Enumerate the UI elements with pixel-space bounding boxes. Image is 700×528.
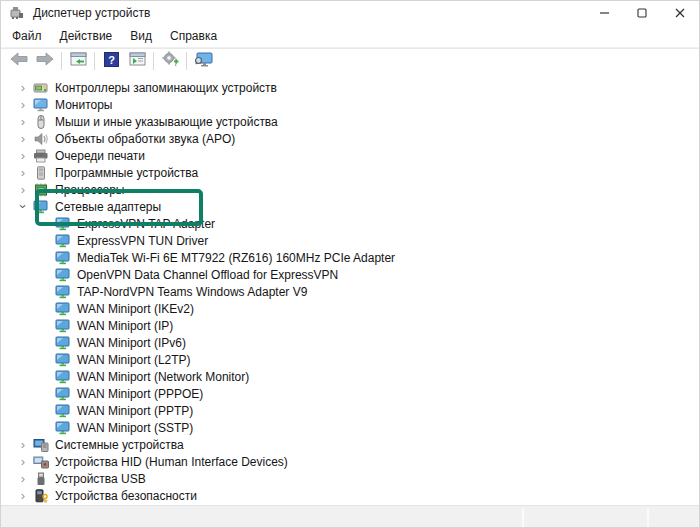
monitor-search-icon [194,52,213,71]
window-controls [585,1,699,24]
tree-device-row[interactable]: OpenVPN Data Channel Offload for Express… [1,266,699,283]
tree-category-row[interactable]: ›Процессоры [1,181,699,198]
maximize-button[interactable] [623,1,661,24]
chevron-collapsed-icon[interactable]: › [13,132,33,145]
add-device-button[interactable] [157,50,183,72]
tree-device-row[interactable]: WAN Miniport (IP) [1,317,699,334]
tree-item-label: WAN Miniport (PPTP) [77,404,193,418]
tree-item-label: WAN Miniport (SSTP) [77,421,193,435]
network-adapter-icon [55,268,71,282]
menu-help[interactable]: Справка [161,26,226,46]
tree-category-row[interactable]: ›Устройства безопасности [1,487,699,504]
scan-hardware-changes-button[interactable] [190,50,216,72]
menu-view[interactable]: Вид [121,26,161,46]
chevron-collapsed-icon[interactable]: › [13,455,33,468]
tree-category-row[interactable]: ›Устройства USB [1,470,699,487]
tree-device-row[interactable]: WAN Miniport (IKEv2) [1,300,699,317]
action-window-icon [129,52,146,71]
network-adapter-icon [55,251,71,265]
forward-button[interactable] [32,50,58,72]
chevron-collapsed-icon[interactable]: › [13,489,33,502]
tree-item-label: Мониторы [55,98,112,112]
software-device-icon [33,166,49,180]
footer-strip [1,505,699,527]
minimize-button[interactable] [585,1,623,24]
network-adapter-icon [55,370,71,384]
tree-device-row[interactable]: WAN Miniport (PPTP) [1,402,699,419]
tree-item-label: Программные устройства [55,166,198,180]
security-device-icon [33,489,49,503]
tree-device-row[interactable]: ExpressVPN TUN Driver [1,232,699,249]
network-adapter-icon [55,353,71,367]
network-adapter-icon [55,404,71,418]
tree-category-row[interactable]: ›Сетевые адаптеры [1,198,699,215]
tree-item-label: WAN Miniport (IP) [77,319,173,333]
chevron-collapsed-icon[interactable]: › [13,438,33,451]
menu-file[interactable]: Файл [3,26,51,46]
menu-bar: Файл Действие Вид Справка [1,24,699,48]
tree-item-label: WAN Miniport (Network Monitor) [77,370,249,384]
title-bar: Диспетчер устройств [1,1,699,24]
tree-device-row[interactable]: MediaTek Wi-Fi 6E MT7922 (RZ616) 160MHz … [1,249,699,266]
tree-device-row[interactable]: WAN Miniport (IPv6) [1,334,699,351]
network-adapter-icon [55,421,71,435]
hid-device-icon [33,455,49,469]
chevron-collapsed-icon[interactable]: › [13,472,33,485]
menu-action[interactable]: Действие [51,26,122,46]
tree-item-label: Процессоры [55,183,125,197]
back-arrow-icon [10,52,28,70]
tree-category-row[interactable]: ›Системные устройства [1,436,699,453]
network-adapter-icon [55,336,71,350]
tree-category-row[interactable]: ›Программные устройства [1,164,699,181]
usb-device-icon [33,472,49,486]
tree-category-row[interactable]: ›Контроллеры запоминающих устройств [1,79,699,96]
device-manager-app-icon [10,6,24,20]
network-adapter-icon [33,200,49,214]
show-console-tree-button[interactable] [65,50,91,72]
tree-category-row[interactable]: ›Объекты обработки звука (APO) [1,130,699,147]
chevron-collapsed-icon[interactable]: › [13,166,33,179]
tree-category-row[interactable]: ›Мыши и иные указывающие устройства [1,113,699,130]
svg-text:?: ? [108,53,115,65]
tree-item-label: Сетевые адаптеры [55,200,161,214]
network-adapter-icon [55,319,71,333]
tree-item-label: Контроллеры запоминающих устройств [55,81,277,95]
tree-category-row[interactable]: ›Мониторы [1,96,699,113]
tree-device-row[interactable]: WAN Miniport (Network Monitor) [1,368,699,385]
tree-device-row[interactable]: ExpressVPN TAP Adapter [1,215,699,232]
toolbar-separator [94,52,95,70]
device-manager-window: Диспетчер устройств Файл Действие Вид Сп… [0,0,700,528]
processor-icon [33,183,49,197]
audio-apo-icon [33,132,49,146]
back-button[interactable] [6,50,32,72]
network-adapter-icon [55,285,71,299]
tree-category-row[interactable]: ›Очереди печати [1,147,699,164]
chevron-collapsed-icon[interactable]: › [13,98,33,111]
chevron-collapsed-icon[interactable]: › [13,149,33,162]
tree-category-row[interactable]: ›Устройства HID (Human Interface Devices… [1,453,699,470]
help-button[interactable]: ? [98,50,124,72]
gear-plus-icon [162,51,179,71]
tree-device-row[interactable]: WAN Miniport (SSTP) [1,419,699,436]
tree-item-label: WAN Miniport (L2TP) [77,353,191,367]
device-tree: ›Контроллеры запоминающих устройств›Мони… [1,74,699,506]
tree-item-label: Объекты обработки звука (APO) [55,132,235,146]
tree-item-label: WAN Miniport (IPv6) [77,336,186,350]
tree-item-label: ExpressVPN TAP Adapter [77,217,215,231]
tree-device-row[interactable]: WAN Miniport (PPPOE) [1,385,699,402]
chevron-expanded-icon[interactable]: › [17,197,30,217]
chevron-collapsed-icon[interactable]: › [13,183,33,196]
tree-device-row[interactable]: WAN Miniport (L2TP) [1,351,699,368]
chevron-collapsed-icon[interactable]: › [13,115,33,128]
storage-controller-icon [33,81,49,95]
close-button[interactable] [661,1,699,24]
tree-item-label: WAN Miniport (PPPOE) [77,387,203,401]
tree-item-label: TAP-NordVPN Teams Windows Adapter V9 [77,285,307,299]
chevron-collapsed-icon[interactable]: › [13,81,33,94]
tree-device-row[interactable]: TAP-NordVPN Teams Windows Adapter V9 [1,283,699,300]
tree-item-label: Очереди печати [55,149,145,163]
printer-icon [33,149,49,163]
action-pane-button[interactable] [124,50,150,72]
window-title: Диспетчер устройств [33,6,150,20]
tree-item-label: Мыши и иные указывающие устройства [55,115,278,129]
